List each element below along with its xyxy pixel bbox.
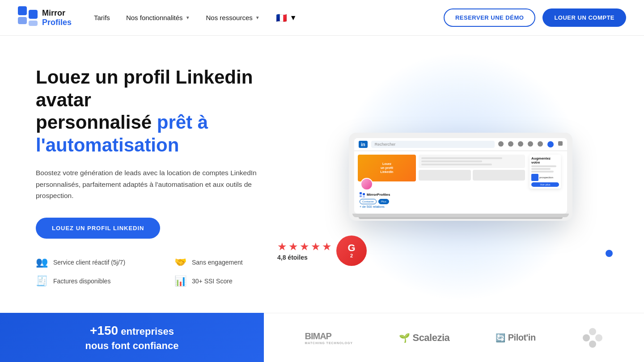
brand-logo[interactable]: Mirror Profiles xyxy=(18,6,72,29)
sans-engagement-icon: 🤝 xyxy=(174,257,186,268)
linkedin-post-card xyxy=(419,155,525,168)
blue-dot-decoration xyxy=(606,250,613,257)
hero-visual: ★ ★ ★ ★ ★ 4,8 étoiles G 2 xyxy=(295,60,626,293)
louer-compte-button[interactable]: LOUER UN COMPTE xyxy=(542,8,626,27)
linkedin-nav-icons xyxy=(498,141,563,147)
linkedin-sidebar: Louezun profilLinkedIn xyxy=(358,155,416,210)
bottom-bar: +150 entreprises nous font confiance BIM… xyxy=(0,313,644,362)
svg-rect-3 xyxy=(29,21,38,26)
linkedin-plus-btn[interactable]: Plus xyxy=(378,199,389,204)
nav-actions: RESERVER UNE DÉMO LOUER UN COMPTE xyxy=(444,8,626,27)
laptop-screen: in Rechercher xyxy=(354,138,567,214)
nav-ressources[interactable]: Nos ressources ▼ xyxy=(206,14,260,21)
nav-tarifs[interactable]: Tarifs xyxy=(94,14,110,21)
rating-score: 4,8 étoiles xyxy=(277,254,308,261)
chevron-down-icon: ▼ xyxy=(186,15,190,20)
star-rating: ★ ★ ★ ★ ★ 4,8 étoiles xyxy=(277,240,332,261)
feature-ssi: 📊 30+ SSI Score xyxy=(174,275,295,287)
stars-row: ★ ★ ★ ★ ★ xyxy=(277,240,332,253)
linkedin-logo: in xyxy=(359,141,368,148)
hero-section: Louez un profil Linkedin avatar personna… xyxy=(0,36,644,308)
hero-description: Boostez votre génération de leads avec l… xyxy=(36,167,268,202)
partner-bimap: BIMAP MATCHING TECHNOLOGY xyxy=(305,331,353,345)
laptop-foot xyxy=(359,217,563,219)
svg-rect-2 xyxy=(29,10,38,19)
language-selector[interactable]: 🇫🇷 ▼ xyxy=(276,13,297,23)
factures-icon: 🧾 xyxy=(36,275,48,287)
partner-dots xyxy=(582,327,603,349)
hero-cta-button[interactable]: LOUEZ UN PROFIL LINKEDIN xyxy=(36,218,160,239)
svg-rect-0 xyxy=(18,6,27,15)
svg-rect-6 xyxy=(363,193,365,195)
hero-title: Louez un profil Linkedin avatar personna… xyxy=(36,66,295,156)
nav-links: Tarifs Nos fonctionnalités ▼ Nos ressour… xyxy=(94,13,444,23)
partner-logos: BIMAP MATCHING TECHNOLOGY 🌱 Scalezia 🔄 P… xyxy=(264,313,644,362)
trust-text: +150 entreprises nous font confiance xyxy=(85,322,179,353)
linkedin-main xyxy=(419,155,525,210)
linkedin-right-addon: Augmentez votre prospection xyxy=(530,155,561,189)
star-1: ★ xyxy=(277,240,287,253)
linkedin-contacter-btn[interactable]: Contacter xyxy=(360,199,377,204)
laptop-frame: in Rechercher xyxy=(349,133,572,221)
linkedin-addon-cta[interactable]: Voir plus xyxy=(531,182,559,187)
linkedin-connections: + de 500 relations xyxy=(360,205,414,208)
linkedin-action-buttons: Contacter Plus xyxy=(360,199,414,204)
g2-badge-circle: G 2 xyxy=(336,236,367,266)
trust-banner: +150 entreprises nous font confiance xyxy=(0,313,264,362)
features-grid: 👥 Service client réactif (5j/7) 🤝 Sans e… xyxy=(36,257,295,287)
linkedin-avatar xyxy=(360,178,373,190)
svg-rect-4 xyxy=(360,192,362,194)
svg-rect-7 xyxy=(363,196,365,198)
linkedin-nav: in Rechercher xyxy=(354,138,567,151)
feature-service-client: 👥 Service client réactif (5j/7) xyxy=(36,257,157,268)
brand-name: Mirror Profiles xyxy=(42,8,72,27)
laptop-base xyxy=(352,214,569,217)
star-4: ★ xyxy=(311,240,321,253)
chevron-down-icon: ▼ xyxy=(255,15,260,20)
svg-point-10 xyxy=(595,334,602,341)
svg-point-8 xyxy=(583,334,590,341)
service-client-icon: 👥 xyxy=(36,257,48,268)
svg-point-9 xyxy=(589,328,596,335)
nav-fonctionnalites[interactable]: Nos fonctionnalités ▼ xyxy=(126,14,190,21)
reserve-demo-button[interactable]: RESERVER UNE DÉMO xyxy=(444,8,535,27)
star-3: ★ xyxy=(300,240,309,253)
svg-point-11 xyxy=(589,341,596,348)
logo-icon xyxy=(18,6,38,29)
partner-logo-dots-icon xyxy=(582,327,603,349)
laptop-mockup: in Rechercher xyxy=(349,133,572,221)
feature-factures: 🧾 Factures disponibles xyxy=(36,275,157,287)
mp-logo-inline: MirrorProfiles xyxy=(360,192,414,198)
linkedin-banner: Louezun profilLinkedIn xyxy=(358,155,416,181)
ssi-icon: 📊 xyxy=(174,275,186,287)
linkedin-search: Rechercher xyxy=(371,141,495,148)
star-5: ★ xyxy=(322,240,332,253)
svg-rect-1 xyxy=(18,17,27,24)
g2-rating-badge: ★ ★ ★ ★ ★ 4,8 étoiles G 2 xyxy=(277,236,367,266)
chevron-down-icon: ▼ xyxy=(290,14,297,22)
partner-scalezia: 🌱 Scalezia xyxy=(399,332,449,344)
svg-rect-5 xyxy=(360,195,362,197)
partner-pilotin: 🔄 Pilot'in xyxy=(496,333,535,343)
star-2: ★ xyxy=(288,240,298,253)
linkedin-body: Louezun profilLinkedIn xyxy=(354,151,567,214)
hero-content: Louez un profil Linkedin avatar personna… xyxy=(36,66,295,286)
